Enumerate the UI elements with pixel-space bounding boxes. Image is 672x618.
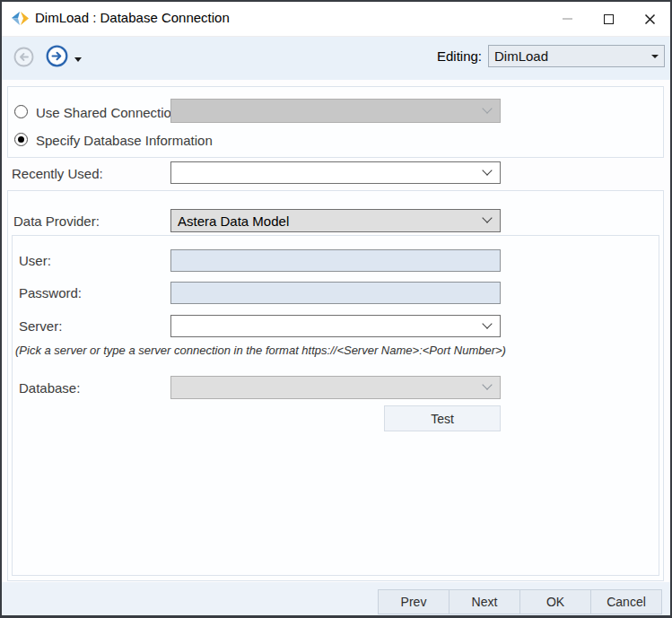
next-button[interactable]: Next — [449, 589, 520, 614]
chevron-down-icon — [482, 103, 492, 113]
editing-combobox[interactable]: DimLoad — [488, 45, 665, 67]
maximize-icon — [604, 14, 614, 24]
server-combobox[interactable] — [170, 315, 501, 337]
minimize-icon — [563, 18, 572, 20]
user-input[interactable] — [170, 249, 501, 272]
editing-value: DimLoad — [494, 48, 548, 64]
server-label: Server: — [19, 318, 62, 334]
ok-button[interactable]: OK — [519, 589, 591, 614]
chevron-down-icon — [482, 165, 492, 175]
minimize-button[interactable] — [546, 2, 588, 36]
window-title: DimLoad : Database Connection — [35, 0, 230, 36]
footer-buttons: Prev Next OK Cancel — [378, 589, 662, 614]
use-shared-connection-label: Use Shared Connection — [36, 105, 179, 120]
test-button[interactable]: Test — [384, 405, 501, 431]
chevron-down-icon — [482, 318, 492, 328]
dialog-window: DimLoad : Database Connection — [0, 0, 672, 618]
maximize-button[interactable] — [588, 2, 629, 36]
password-label: Password: — [19, 285, 82, 300]
prev-button[interactable]: Prev — [378, 589, 449, 614]
specify-database-label: Specify Database Information — [36, 133, 213, 148]
recently-used-label: Recently Used: — [12, 166, 103, 181]
caret-down-icon — [651, 55, 659, 58]
chevron-down-icon — [482, 213, 492, 222]
editing-label: Editing: — [437, 48, 482, 64]
window-controls — [546, 2, 670, 36]
cancel-button[interactable]: Cancel — [590, 589, 662, 614]
data-provider-label: Data Provider: — [13, 213, 100, 229]
forward-button[interactable] — [46, 45, 68, 67]
footer-bar: Prev Next OK Cancel — [0, 582, 672, 618]
password-input[interactable] — [170, 282, 501, 304]
server-format-hint: (Pick a server or type a server connecti… — [15, 344, 506, 357]
data-provider-value: Astera Data Model — [178, 213, 289, 229]
arrow-left-circle-icon — [13, 47, 34, 67]
toolbar: Editing: DimLoad — [0, 36, 672, 80]
close-button[interactable] — [629, 2, 670, 36]
back-button[interactable] — [13, 47, 34, 67]
forward-menu-caret-icon[interactable] — [74, 57, 82, 62]
title-bar: DimLoad : Database Connection — [0, 0, 672, 36]
chevron-down-icon — [482, 379, 492, 389]
user-label: User: — [19, 253, 51, 268]
recently-used-combobox[interactable] — [170, 161, 501, 184]
use-shared-connection-radio[interactable] — [14, 105, 28, 118]
shared-connection-combobox[interactable] — [170, 99, 501, 123]
close-icon — [643, 13, 657, 26]
data-provider-combobox[interactable]: Astera Data Model — [170, 209, 501, 232]
specify-database-radio[interactable] — [14, 133, 28, 146]
arrow-right-circle-icon — [46, 45, 68, 67]
database-combobox[interactable] — [170, 376, 501, 399]
database-label: Database: — [19, 380, 80, 396]
app-icon — [12, 11, 29, 26]
editing-group: Editing: DimLoad — [437, 45, 665, 67]
